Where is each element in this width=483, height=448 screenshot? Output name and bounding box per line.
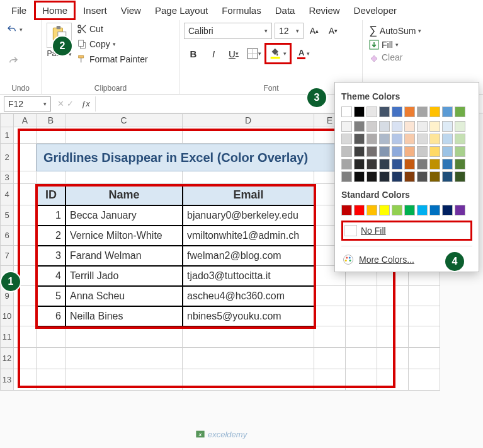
- color-swatch[interactable]: [455, 106, 465, 117]
- autosum-button[interactable]: ∑ AutoSum ▾: [369, 23, 479, 38]
- color-swatch[interactable]: [341, 159, 352, 169]
- color-swatch[interactable]: [429, 134, 440, 144]
- color-swatch[interactable]: [392, 159, 402, 169]
- color-swatch[interactable]: [392, 134, 402, 144]
- row-header[interactable]: 12: [0, 348, 14, 369]
- menu-file[interactable]: File: [5, 3, 33, 18]
- cell-id[interactable]: 1: [37, 205, 65, 226]
- color-swatch[interactable]: [367, 159, 377, 169]
- menu-formulas[interactable]: Formulas: [215, 3, 268, 18]
- color-swatch[interactable]: [417, 106, 428, 117]
- color-swatch[interactable]: [392, 121, 402, 132]
- font-size-select[interactable]: 12▾: [275, 23, 304, 39]
- color-swatch[interactable]: [379, 171, 390, 182]
- color-swatch[interactable]: [429, 171, 440, 182]
- color-swatch[interactable]: [404, 159, 415, 169]
- color-swatch[interactable]: [341, 171, 352, 182]
- menu-page-layout[interactable]: Page Layout: [149, 3, 214, 18]
- col-header-C[interactable]: C: [65, 113, 183, 127]
- color-swatch[interactable]: [392, 205, 402, 215]
- col-header-A[interactable]: A: [14, 113, 37, 127]
- color-swatch[interactable]: [354, 121, 365, 132]
- color-swatch[interactable]: [379, 146, 390, 157]
- color-swatch[interactable]: [429, 146, 440, 157]
- increase-font-button[interactable]: A▴: [306, 23, 322, 39]
- fx-icon[interactable]: ƒx: [81, 99, 90, 108]
- color-swatch[interactable]: [379, 159, 390, 169]
- color-swatch[interactable]: [442, 121, 453, 132]
- fill-color-button[interactable]: ▾: [268, 47, 288, 60]
- name-box[interactable]: F12▾: [4, 96, 51, 112]
- color-swatch[interactable]: [341, 134, 352, 144]
- col-header-B[interactable]: B: [37, 113, 65, 127]
- undo-button[interactable]: ▾: [4, 23, 23, 37]
- header-email[interactable]: Email: [183, 184, 314, 205]
- color-swatch[interactable]: [341, 146, 352, 157]
- menu-developer[interactable]: Developer: [348, 3, 403, 18]
- cell-name[interactable]: Becca January: [65, 205, 183, 226]
- menu-data[interactable]: Data: [269, 3, 302, 18]
- font-name-select[interactable]: Calibri▾: [184, 23, 272, 39]
- cell-id[interactable]: 5: [37, 286, 65, 306]
- cell-id[interactable]: 6: [37, 306, 65, 326]
- color-swatch[interactable]: [367, 205, 377, 215]
- cell-name[interactable]: Terrill Jado: [65, 266, 183, 286]
- color-swatch[interactable]: [392, 106, 402, 117]
- color-swatch[interactable]: [455, 121, 465, 132]
- cell-id[interactable]: 2: [37, 226, 65, 246]
- color-swatch[interactable]: [392, 171, 402, 182]
- no-fill-option[interactable]: No Fill: [341, 221, 472, 241]
- color-swatch[interactable]: [354, 159, 365, 169]
- row-header[interactable]: 11: [0, 326, 14, 348]
- menu-review[interactable]: Review: [302, 3, 346, 18]
- col-header-D[interactable]: D: [183, 113, 314, 127]
- cell-email[interactable]: vmiltonwhite1@admin.ch: [183, 226, 314, 246]
- cell-id[interactable]: 3: [37, 246, 65, 266]
- color-swatch[interactable]: [442, 134, 453, 144]
- color-swatch[interactable]: [455, 205, 465, 215]
- color-swatch[interactable]: [417, 146, 428, 157]
- color-swatch[interactable]: [429, 205, 440, 215]
- color-swatch[interactable]: [442, 146, 453, 157]
- color-swatch[interactable]: [455, 134, 465, 144]
- color-swatch[interactable]: [455, 159, 465, 169]
- color-swatch[interactable]: [442, 171, 453, 182]
- color-swatch[interactable]: [379, 106, 390, 117]
- row-header[interactable]: 6: [0, 226, 14, 246]
- color-swatch[interactable]: [442, 106, 453, 117]
- color-swatch[interactable]: [367, 134, 377, 144]
- color-swatch[interactable]: [417, 205, 428, 215]
- redo-button[interactable]: [4, 54, 23, 68]
- italic-button[interactable]: I: [204, 45, 223, 62]
- cell-email[interactable]: bjanuary0@berkeley.edu: [183, 205, 314, 226]
- color-swatch[interactable]: [354, 134, 365, 144]
- cell-name[interactable]: Vernice Milton-White: [65, 226, 183, 246]
- color-swatch[interactable]: [455, 146, 465, 157]
- format-painter-button[interactable]: Format Painter: [74, 53, 151, 66]
- color-swatch[interactable]: [367, 121, 377, 132]
- cell-email[interactable]: tjado3@tuttocitta.it: [183, 266, 314, 286]
- row-header[interactable]: 4: [0, 184, 14, 205]
- fill-menu-button[interactable]: Fill ▾: [369, 38, 479, 51]
- color-swatch[interactable]: [379, 121, 390, 132]
- cell-email[interactable]: fwelman2@blog.com: [183, 246, 314, 266]
- row-header[interactable]: 1: [0, 127, 14, 144]
- color-swatch[interactable]: [354, 146, 365, 157]
- color-swatch[interactable]: [392, 146, 402, 157]
- color-swatch[interactable]: [367, 106, 377, 117]
- enter-formula-icon[interactable]: ✓: [67, 99, 74, 108]
- color-swatch[interactable]: [417, 121, 428, 132]
- color-swatch[interactable]: [354, 205, 365, 215]
- color-swatch[interactable]: [404, 205, 415, 215]
- row-header[interactable]: 2: [0, 144, 14, 171]
- color-swatch[interactable]: [367, 171, 377, 182]
- menu-insert[interactable]: Insert: [77, 3, 113, 18]
- underline-button[interactable]: U ▾: [224, 45, 243, 62]
- color-swatch[interactable]: [417, 159, 428, 169]
- color-swatch[interactable]: [404, 171, 415, 182]
- color-swatch[interactable]: [404, 106, 415, 117]
- color-swatch[interactable]: [442, 205, 453, 215]
- bold-button[interactable]: B: [184, 45, 203, 62]
- menu-home[interactable]: Home: [34, 1, 76, 20]
- color-swatch[interactable]: [429, 121, 440, 132]
